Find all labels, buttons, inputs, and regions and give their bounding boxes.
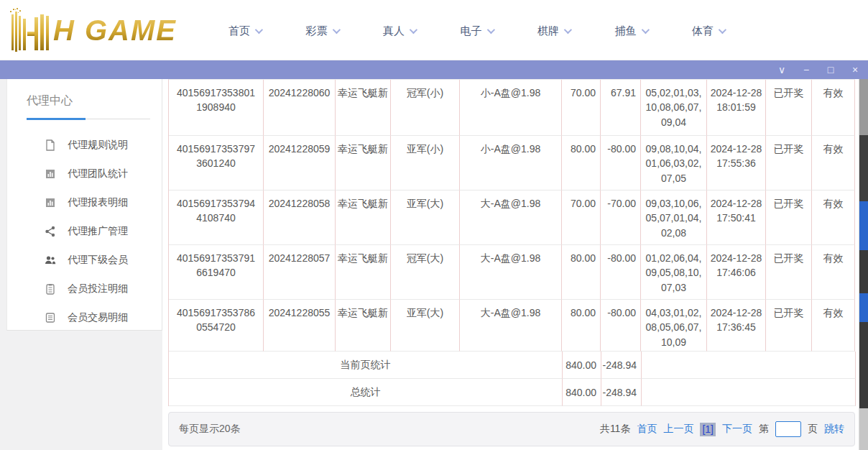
sidebar-item-downline-members[interactable]: 代理下级会员 bbox=[7, 246, 162, 275]
nav-item-slots[interactable]: 电子 bbox=[461, 24, 493, 38]
summary-amount: 840.00 bbox=[563, 352, 601, 379]
users-icon bbox=[45, 254, 56, 266]
sidebar-item-label: 会员投注明细 bbox=[68, 283, 128, 295]
cell-valid: 有效 bbox=[812, 190, 855, 245]
cell-draw-numbers: 05,02,01,03,10,08,06,07,09,04 bbox=[641, 80, 707, 136]
sidebar-item-label: 会员交易明细 bbox=[68, 311, 128, 324]
cell-order-id: 401569173537860554720 bbox=[169, 300, 264, 352]
cell-period: 20241228059 bbox=[264, 136, 336, 190]
cell-period: 20241228057 bbox=[264, 245, 336, 300]
window-minimize-button[interactable]: − bbox=[800, 60, 812, 79]
chevron-down-icon bbox=[719, 26, 726, 34]
bet-records-table: 401569173538011908940 20241228060 幸运飞艇新 … bbox=[168, 79, 855, 406]
table-row: 401569173537973601240 20241228059 幸运飞艇新 … bbox=[169, 136, 855, 190]
background-page-strip bbox=[859, 79, 868, 450]
left-gutter: 代理中心 代理规则说明 代理团队统计 代理报表明细 代理推广管理 bbox=[0, 79, 162, 450]
cell-result: -80.00 bbox=[601, 136, 641, 190]
sidebar-item-report-detail[interactable]: 代理报表明细 bbox=[7, 188, 162, 217]
cell-game: 幸运飞艇新 bbox=[336, 80, 391, 136]
sidebar-item-transaction-detail[interactable]: 会员交易明细 bbox=[7, 303, 162, 332]
file-icon bbox=[45, 139, 56, 151]
page-size-label: 每页显示20条 bbox=[179, 423, 241, 436]
sidebar-divider bbox=[27, 119, 150, 119]
cell-status: 已开奖 bbox=[766, 136, 812, 190]
cell-amount: 80.00 bbox=[562, 136, 601, 190]
summary-label: 当前页统计 bbox=[169, 352, 563, 379]
next-page-link[interactable]: 下一页 bbox=[722, 423, 752, 436]
main-content: 401569173538011908940 20241228060 幸运飞艇新 … bbox=[162, 79, 859, 450]
cell-market: 大-A盘@1.98 bbox=[460, 300, 562, 352]
cell-order-id: 401569173537944108740 bbox=[169, 190, 264, 245]
page-suffix-label: 页 bbox=[808, 423, 818, 436]
cell-game: 幸运飞艇新 bbox=[336, 136, 391, 190]
window-close-button[interactable]: × bbox=[849, 60, 861, 79]
cell-amount: 70.00 bbox=[562, 80, 601, 136]
share-icon bbox=[45, 226, 56, 237]
agent-center-sidebar: 代理中心 代理规则说明 代理团队统计 代理报表明细 代理推广管理 bbox=[6, 79, 162, 331]
cell-play: 冠军(小) bbox=[391, 80, 460, 136]
summary-label: 总统计 bbox=[169, 379, 563, 406]
cell-result: -80.00 bbox=[601, 300, 641, 352]
cell-amount: 80.00 bbox=[562, 245, 601, 300]
sidebar-item-agent-rules[interactable]: 代理规则说明 bbox=[7, 131, 162, 160]
cell-result: 67.91 bbox=[601, 80, 641, 136]
window-maximize-button[interactable]: □ bbox=[825, 60, 836, 79]
nav-item-live[interactable]: 真人 bbox=[383, 24, 415, 38]
cell-status: 已开奖 bbox=[766, 300, 812, 352]
cell-time: 2024-12-2817:55:36 bbox=[707, 136, 766, 190]
cell-period: 20241228060 bbox=[264, 80, 336, 136]
cell-order-id: 401569173538011908940 bbox=[169, 80, 264, 136]
cell-draw-numbers: 04,03,01,02,08,05,06,07,10,09 bbox=[641, 300, 707, 352]
current-page-indicator[interactable]: [1] bbox=[700, 423, 716, 436]
cell-game: 幸运飞艇新 bbox=[336, 190, 391, 245]
cell-market: 大-A盘@1.98 bbox=[460, 245, 562, 300]
cell-time: 2024-12-2817:50:41 bbox=[707, 190, 766, 245]
sidebar-item-label: 代理规则说明 bbox=[68, 139, 128, 152]
list-icon bbox=[45, 312, 56, 323]
table-row: 401569173537944108740 20241228058 幸运飞艇新 … bbox=[169, 190, 855, 245]
cell-valid: 有效 bbox=[812, 80, 855, 136]
cell-valid: 有效 bbox=[812, 136, 855, 190]
summary-amount: 840.00 bbox=[563, 379, 601, 406]
cell-period: 20241228058 bbox=[264, 190, 336, 245]
cell-draw-numbers: 09,03,10,06,05,07,01,04,02,08 bbox=[641, 190, 707, 245]
chevron-down-icon bbox=[564, 26, 572, 34]
nav-label: 彩票 bbox=[306, 24, 328, 38]
cell-play: 亚军(大) bbox=[391, 190, 460, 245]
clipboard-icon bbox=[45, 283, 56, 295]
cell-order-id: 401569173537973601240 bbox=[169, 136, 264, 190]
sidebar-item-label: 代理下级会员 bbox=[68, 254, 128, 267]
brand-logo[interactable]: H GAME bbox=[9, 4, 177, 56]
nav-label: 首页 bbox=[228, 24, 250, 38]
sidebar-item-promotion[interactable]: 代理推广管理 bbox=[7, 217, 162, 246]
cell-amount: 70.00 bbox=[562, 190, 601, 245]
cell-period: 20241228055 bbox=[264, 300, 336, 352]
sidebar-item-bet-detail[interactable]: 会员投注明细 bbox=[7, 275, 162, 303]
cell-valid: 有效 bbox=[812, 245, 855, 300]
total-count-label: 共11条 bbox=[600, 423, 631, 436]
prev-page-link[interactable]: 上一页 bbox=[663, 423, 693, 436]
window-collapse-button[interactable]: ∨ bbox=[776, 60, 788, 79]
cell-play: 亚军(小) bbox=[391, 136, 460, 190]
nav-item-cards[interactable]: 棋牌 bbox=[537, 24, 570, 38]
cell-market: 小-A盘@1.98 bbox=[460, 136, 562, 190]
nav-item-home[interactable]: 首页 bbox=[228, 24, 261, 38]
nav-item-fishing[interactable]: 捕鱼 bbox=[615, 24, 647, 38]
chevron-down-icon bbox=[410, 26, 417, 34]
jump-link[interactable]: 跳转 bbox=[824, 423, 844, 436]
nav-item-sports[interactable]: 体育 bbox=[692, 24, 724, 38]
main-nav: 首页 彩票 真人 电子 棋牌 捕鱼 bbox=[228, 20, 724, 42]
cell-play: 亚军(大) bbox=[391, 300, 460, 352]
cell-draw-numbers: 09,08,10,04,01,06,03,02,07,05 bbox=[641, 136, 707, 190]
summary-result: -248.94 bbox=[601, 379, 642, 406]
nav-item-lottery[interactable]: 彩票 bbox=[306, 24, 338, 38]
nav-label: 真人 bbox=[383, 24, 405, 38]
sidebar-item-team-stats[interactable]: 代理团队统计 bbox=[7, 160, 162, 188]
page-number-input[interactable] bbox=[775, 421, 801, 437]
first-page-link[interactable]: 首页 bbox=[637, 423, 657, 436]
sidebar-item-label: 代理团队统计 bbox=[68, 167, 128, 180]
report-icon bbox=[45, 197, 56, 208]
logo-text: H GAME bbox=[53, 14, 177, 47]
table-row: 401569173537916619470 20241228057 幸运飞艇新 … bbox=[169, 245, 855, 300]
cell-valid: 有效 bbox=[812, 300, 855, 352]
